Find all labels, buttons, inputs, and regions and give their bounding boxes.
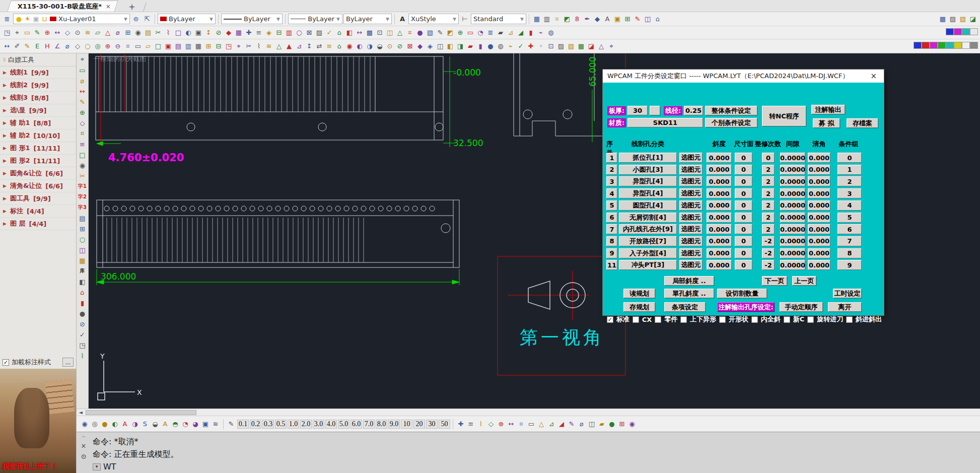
- save-plan-button[interactable]: 存规划: [623, 302, 655, 312]
- table-cell[interactable]: 2: [762, 224, 775, 234]
- snap-value-button[interactable]: 50: [439, 420, 450, 429]
- table-cell[interactable]: -2: [762, 236, 775, 246]
- table-cell[interactable]: 0.0000: [780, 153, 805, 163]
- table-cell[interactable]: 0: [735, 213, 752, 223]
- to-nc-button[interactable]: 转NC程序: [762, 106, 806, 126]
- table-cell[interactable]: 3: [837, 188, 862, 198]
- toolbar-icon[interactable]: ↕: [203, 27, 214, 37]
- toolbar-icon[interactable]: ⌀: [62, 41, 73, 51]
- toolbar-icon[interactable]: ✂: [153, 27, 163, 37]
- select-entity-button[interactable]: 选图元: [679, 248, 703, 258]
- toolbar-icon[interactable]: ▧: [958, 14, 968, 24]
- table-cell[interactable]: 0.0000: [780, 165, 805, 175]
- toolbar-icon[interactable]: ▭: [22, 27, 32, 37]
- toolbar-icon[interactable]: ∠: [52, 41, 62, 51]
- strip-tool-icon[interactable]: ▦: [78, 255, 88, 265]
- select-entity-button[interactable]: 选图元: [679, 176, 703, 186]
- toolbar-icon[interactable]: ◉: [344, 41, 355, 51]
- strip-tool-icon[interactable]: ⌇: [78, 351, 88, 361]
- strip-tool-icon[interactable]: ✂: [78, 171, 88, 181]
- next-page-button[interactable]: 下一页: [762, 276, 787, 286]
- drawing-tab[interactable]: X115-30-001-B吸盘底座* ×: [7, 1, 118, 12]
- toolbar-icon[interactable]: ⌖: [234, 41, 244, 51]
- linetype-combo[interactable]: ByLayer ▼: [221, 14, 283, 24]
- toolbar-icon[interactable]: ◍: [496, 41, 506, 51]
- snap-value-button[interactable]: 8.0: [376, 420, 387, 429]
- toolbar-icon[interactable]: △: [395, 27, 405, 37]
- snap-value-button[interactable]: 0.1: [237, 420, 249, 429]
- toolbar-icon[interactable]: ⊙: [73, 27, 83, 37]
- single-taper-button[interactable]: 單孔斜度 ..: [664, 289, 714, 298]
- dialog-checkbox[interactable]: [784, 316, 790, 323]
- snap-value-button[interactable]: 30: [426, 420, 438, 429]
- command-input-row[interactable]: ▾ WT: [93, 460, 178, 473]
- snap-value-button[interactable]: 3.0: [313, 420, 324, 429]
- toolbar-icon[interactable]: ⌖: [12, 28, 22, 38]
- table-cell[interactable]: 0.000: [707, 248, 732, 258]
- toolbar-icon[interactable]: ◎: [90, 419, 100, 429]
- toolbar-icon[interactable]: ◈: [425, 41, 435, 51]
- order-setting-button[interactable]: 注解输出孔序设定:: [717, 302, 775, 312]
- toolbar-icon[interactable]: ▣: [163, 41, 173, 51]
- toolbar-icon[interactable]: ⊕: [42, 27, 52, 37]
- strip-tool-icon[interactable]: 字2: [78, 192, 88, 202]
- sidebar-item-2[interactable]: ▶线割3[8/8]: [0, 92, 76, 104]
- table-cell[interactable]: 内孔线孔在外[9]: [619, 224, 677, 234]
- toolbar-icon[interactable]: ○: [294, 27, 304, 37]
- toolbar-icon[interactable]: ◩: [562, 14, 572, 24]
- toolbar-icon[interactable]: ⊘: [395, 41, 405, 51]
- toolbar-icon[interactable]: ◆: [415, 41, 425, 51]
- table-cell[interactable]: 4: [837, 200, 862, 211]
- toolbar-icon[interactable]: A: [120, 419, 130, 429]
- toolbar-icon[interactable]: ≋: [211, 419, 221, 429]
- toolbar-icon[interactable]: ◔: [475, 27, 485, 37]
- toolbar-icon[interactable]: 8: [572, 14, 582, 24]
- strip-tool-icon[interactable]: ◧: [78, 277, 88, 287]
- command-window[interactable]: ┉ ✕ ⚙ 命令: *取消* 命令: 正在重生成模型。 ▾ WT: [77, 432, 980, 473]
- table-cell[interactable]: 0.000: [808, 260, 830, 270]
- layer-combo[interactable]: ● ☀ ▣ ⊔ Xu-Layer01 ▼: [13, 14, 130, 24]
- table-cell[interactable]: 0.0000: [780, 236, 805, 246]
- layer-properties-icon[interactable]: ≣: [2, 14, 12, 24]
- toolbar-icon[interactable]: ⊕: [455, 27, 465, 37]
- strip-tool-icon[interactable]: ○: [78, 234, 88, 244]
- wire-value[interactable]: 0.25: [684, 106, 703, 115]
- toolbar-icon[interactable]: ✂: [244, 41, 254, 51]
- toolbar-icon[interactable]: ▣: [200, 419, 211, 429]
- cut-count-button[interactable]: 设切割数量: [717, 289, 767, 298]
- toolbar-icon[interactable]: △: [596, 41, 606, 51]
- sidebar-item-5[interactable]: ▶辅 助2[10/10]: [0, 129, 76, 142]
- strip-tool-icon[interactable]: ⌂: [78, 287, 88, 297]
- toolbar-icon[interactable]: ▱: [143, 41, 153, 51]
- toolbar-icon[interactable]: ◆: [592, 14, 602, 24]
- sidebar-item-0[interactable]: ▶线割1[9/9]: [0, 66, 76, 79]
- table-cell[interactable]: 无屑切割[4]: [619, 213, 677, 223]
- table-cell[interactable]: 0: [735, 236, 752, 246]
- palette-header[interactable]: ⁞⁞ 白嫖工具: [0, 53, 76, 66]
- table-cell[interactable]: 1: [606, 153, 617, 163]
- toolbar-icon[interactable]: ▨: [314, 27, 324, 37]
- table-cell[interactable]: 0.000: [808, 200, 830, 211]
- sidebar-item-11[interactable]: ▶标注[4/4]: [0, 205, 76, 218]
- command-history[interactable]: 命令: *取消* 命令: 正在重生成模型。 ▾ WT: [91, 432, 180, 473]
- toolbar-icon[interactable]: ▭: [526, 419, 536, 429]
- layer-states-icon[interactable]: ⊜: [131, 14, 141, 24]
- toolbar-icon[interactable]: ⌇: [254, 41, 264, 51]
- toolbar-icon[interactable]: ⌗: [123, 41, 133, 51]
- layer-previous-icon[interactable]: ⇱: [142, 14, 152, 24]
- toolbar-icon[interactable]: ◐: [183, 27, 193, 37]
- table-cell[interactable]: 2: [606, 165, 617, 175]
- toolbar-icon[interactable]: ◆: [224, 27, 234, 37]
- toolbar-icon[interactable]: ✎: [22, 41, 32, 51]
- sidebar-item-6[interactable]: ▶图 形1[11/11]: [0, 142, 76, 155]
- local-taper-button[interactable]: 局部斜度 ..: [664, 276, 714, 286]
- table-cell[interactable]: 4: [606, 188, 617, 198]
- toolbar-icon[interactable]: ▥: [542, 14, 552, 24]
- table-cell[interactable]: 0.000: [707, 224, 732, 234]
- snap-value-button[interactable]: 0.2: [250, 420, 261, 429]
- snap-value-button[interactable]: 9.0: [388, 420, 400, 429]
- simulate-button[interactable]: 募 拟: [813, 118, 840, 128]
- snap-value-button[interactable]: 10: [401, 420, 412, 429]
- toolbar-icon[interactable]: ✎: [567, 419, 577, 429]
- table-cell[interactable]: 0.0000: [780, 260, 805, 270]
